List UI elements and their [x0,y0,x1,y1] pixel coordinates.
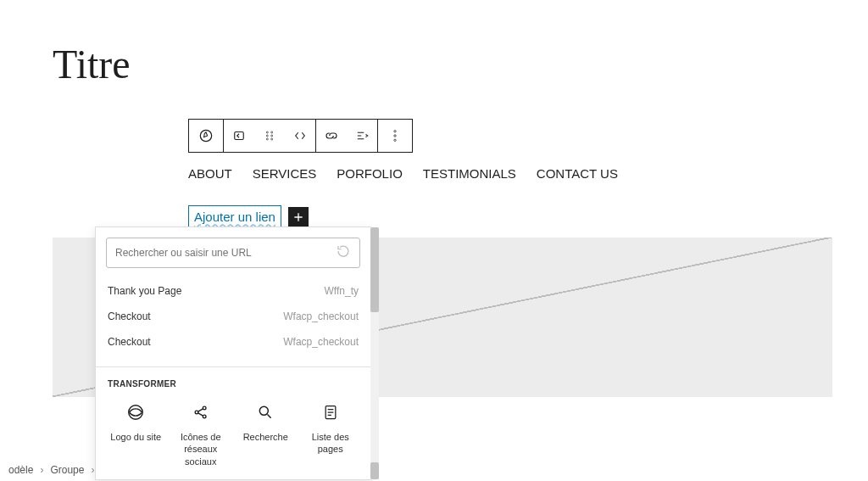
url-search-box[interactable] [106,238,360,268]
svg-point-14 [203,415,206,418]
popover-scrollbar[interactable] [370,227,379,479]
transform-heading: TRANSFORMER [108,379,359,389]
svg-point-3 [271,131,273,133]
link-suggestion[interactable]: Thank you Page Wffn_ty [108,278,359,304]
add-link-row: Ajouter un lien [188,205,309,228]
suggestion-title: Thank you Page [108,285,181,297]
navigation-menu: ABOUT SERVICES PORFOLIO TESTIMONIALS CON… [188,166,618,181]
nav-item-about[interactable]: ABOUT [188,166,232,181]
suggestion-type: Wfacp_checkout [283,310,359,322]
more-options-icon[interactable] [378,120,412,152]
svg-point-5 [271,135,273,137]
transform-label: Liste des pages [303,431,359,456]
link-suggestion[interactable]: Checkout Wfacp_checkout [108,329,359,355]
link-suggestion-list: Thank you Page Wffn_ty Checkout Wfacp_ch… [96,278,370,366]
svg-point-15 [260,406,269,415]
select-parent-icon[interactable] [224,120,254,152]
nav-item-services[interactable]: SERVICES [253,166,317,181]
transform-social-icons[interactable]: Icônes de réseaux sociaux [173,400,230,467]
transform-label: Recherche [243,431,288,443]
link-popover: Thank you Page Wffn_ty Checkout Wfacp_ch… [95,227,371,480]
add-link-input[interactable]: Ajouter un lien [188,205,281,228]
suggestion-title: Checkout [108,336,151,348]
search-icon [253,400,277,424]
svg-point-11 [129,405,143,420]
move-left-right-icon[interactable] [285,120,315,152]
svg-point-12 [195,411,198,414]
add-block-button[interactable] [288,207,309,227]
svg-point-8 [394,131,396,132]
link-suggestion[interactable]: Checkout Wfacp_checkout [108,304,359,329]
site-logo-icon [124,400,147,424]
svg-point-13 [203,406,206,410]
suggestion-type: Wffn_ty [325,285,359,297]
submit-arrow-icon[interactable] [336,243,351,262]
suggestion-title: Checkout [108,310,151,322]
svg-point-7 [271,138,273,140]
transform-site-logo[interactable]: Logo du site [108,400,164,467]
nav-item-portfolio[interactable]: PORFOLIO [337,166,403,181]
breadcrumb-item[interactable]: odèle [8,464,33,476]
suggestion-type: Wfacp_checkout [283,336,359,348]
navigation-block-icon[interactable] [189,120,223,152]
svg-rect-1 [235,132,244,140]
drag-handle-icon[interactable] [254,120,285,152]
transform-label: Logo du site [110,431,161,443]
submenu-icon[interactable] [347,120,377,152]
nav-item-contact[interactable]: CONTACT US [537,166,618,181]
share-icon [189,400,213,424]
svg-point-6 [266,138,268,140]
block-toolbar [188,119,413,153]
page-title: Titre [53,41,131,87]
transform-label: Icônes de réseaux sociaux [173,431,230,467]
chevron-right-icon: › [40,464,43,476]
transform-section: TRANSFORMER Logo du site Icônes de résea… [96,366,370,479]
svg-point-10 [394,139,396,141]
nav-item-testimonials[interactable]: TESTIMONIALS [423,166,516,181]
chevron-right-icon: › [91,464,94,476]
block-breadcrumb: odèle › Groupe › [0,459,103,481]
transform-search[interactable]: Recherche [237,400,294,467]
breadcrumb-item[interactable]: Groupe [50,464,84,476]
link-icon[interactable] [316,120,347,152]
transform-page-list[interactable]: Liste des pages [303,400,359,467]
page-list-icon [319,400,342,424]
svg-point-9 [394,135,396,137]
svg-point-4 [266,135,268,137]
svg-point-2 [266,131,268,133]
url-search-input[interactable] [115,247,336,259]
